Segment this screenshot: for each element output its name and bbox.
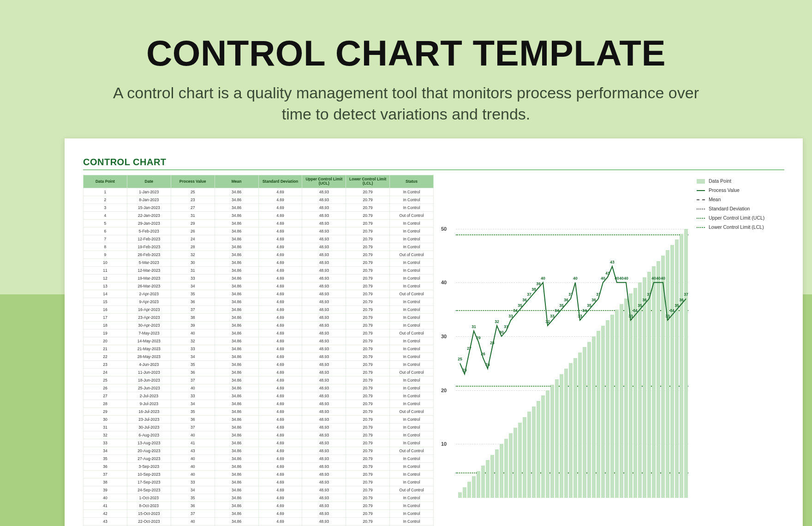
cell: 4.69	[258, 243, 302, 251]
cell: 4.69	[258, 298, 302, 305]
data-label: 25	[458, 357, 462, 361]
table-row: 3817-Sep-20233334.864.6948.9320.79In Con…	[84, 478, 434, 486]
cell: 48.93	[302, 243, 346, 251]
cell: 48.93	[302, 470, 346, 478]
cell: Out of Control	[390, 407, 434, 415]
cell: 14-May-2023	[127, 337, 171, 345]
legend-label: Mean	[709, 195, 721, 204]
data-label: 40	[661, 276, 665, 281]
table-row: 3527-Aug-20234034.864.6948.9320.79In Con…	[84, 454, 434, 462]
data-label: 40	[615, 276, 619, 281]
cell: 4.69	[258, 400, 302, 407]
cell: 34.86	[215, 368, 258, 376]
data-label: 33	[628, 314, 633, 318]
cell: 34.86	[215, 235, 258, 243]
cell: 41	[84, 502, 127, 509]
cell: 48.93	[302, 431, 346, 439]
cell: 20.79	[346, 345, 390, 353]
col-header: Date	[127, 175, 171, 188]
cell: 36	[171, 368, 215, 376]
data-table-container: Data PointDateProcess ValueMeanStandard …	[83, 175, 434, 526]
cell: 20.79	[346, 305, 390, 313]
legend-label: Upper Control Limit (UCL)	[709, 214, 764, 223]
cell: 6-Aug-2023	[127, 431, 171, 439]
data-label: 37	[647, 292, 651, 297]
cell: 34.86	[215, 400, 258, 407]
cell: 20.79	[346, 321, 390, 329]
cell: 27-Aug-2023	[127, 454, 171, 462]
cell: 4.69	[258, 439, 302, 447]
cell: In Control	[390, 502, 434, 509]
sheet-title: CONTROL CHART	[83, 157, 784, 167]
cell: 43	[171, 447, 215, 454]
cell: 34.86	[215, 392, 258, 400]
cell: 40	[171, 462, 215, 470]
cell: Out of Control	[390, 329, 434, 337]
cell: 34.86	[215, 329, 258, 337]
cell: 20.79	[346, 494, 390, 502]
cell: 20	[84, 337, 127, 345]
cell: 34	[171, 400, 215, 407]
legend-item: Standard Deviation	[697, 204, 784, 214]
data-label: 37	[596, 292, 600, 297]
y-tick-label: 10	[441, 441, 447, 447]
cell: 34	[171, 486, 215, 494]
table-row: 1616-Apr-20233734.864.6948.9320.79In Con…	[84, 305, 434, 313]
table-row: 926-Feb-20233234.864.6948.9320.79Out of …	[84, 251, 434, 258]
cell: 20.79	[346, 478, 390, 486]
cell: 4.69	[258, 219, 302, 227]
cell: 20.79	[346, 251, 390, 258]
cell: 34.86	[215, 298, 258, 305]
table-row: 28-Jan-20232334.864.6948.9320.79In Contr…	[84, 196, 434, 203]
table-row: 326-Aug-20234034.864.6948.9320.79In Cont…	[84, 431, 434, 439]
cell: 48.93	[302, 368, 346, 376]
cell: 34.86	[215, 321, 258, 329]
cell: 34.86	[215, 274, 258, 282]
cell: 25	[84, 376, 127, 384]
cell: 48.93	[302, 251, 346, 258]
cell: 14	[84, 290, 127, 298]
data-label: 40	[573, 276, 577, 281]
cell: 48.93	[302, 494, 346, 502]
cell: 4.69	[258, 188, 302, 196]
cell: Out of Control	[390, 447, 434, 454]
cell: 4.69	[258, 509, 302, 517]
cell: 4.69	[258, 305, 302, 313]
cell: In Control	[390, 415, 434, 423]
cell: 32	[171, 337, 215, 345]
cell: In Control	[390, 196, 434, 203]
cell: 5-Mar-2023	[127, 258, 171, 266]
cell: 4.69	[258, 235, 302, 243]
control-chart: 1020304050252327312926242832303133343536…	[448, 175, 688, 498]
col-header: Process Value	[171, 175, 215, 188]
cell: 34.86	[215, 376, 258, 384]
table-row: 2121-May-20233334.864.6948.9320.79In Con…	[84, 345, 434, 353]
cell: 34.86	[215, 188, 258, 196]
cell: 20.79	[346, 415, 390, 423]
cell: 17	[84, 313, 127, 321]
cell: 20.79	[346, 290, 390, 298]
legend-label: Lower Control Limit (LCL)	[709, 223, 764, 232]
cell: 35	[171, 360, 215, 368]
cell: 48.93	[302, 517, 346, 525]
data-label: 35	[675, 303, 679, 308]
y-tick-label: 40	[441, 280, 447, 285]
cell: 20.79	[346, 502, 390, 509]
cell: In Control	[390, 266, 434, 274]
cell: 25-Jun-2023	[127, 384, 171, 392]
legend-swatch	[697, 179, 705, 184]
cell: 12	[84, 274, 127, 282]
cell: 4-Jun-2023	[127, 360, 171, 368]
cell: 3	[84, 203, 127, 211]
data-label: 31	[504, 324, 508, 329]
cell: 3-Sep-2023	[127, 462, 171, 470]
data-label: 34	[670, 308, 674, 313]
table-row: 3130-Jul-20233734.864.6948.9320.79In Con…	[84, 423, 434, 431]
table-row: 3710-Sep-20234034.864.6948.9320.79In Con…	[84, 470, 434, 478]
cell: 39	[171, 321, 215, 329]
cell: 40	[84, 494, 127, 502]
cell: 5	[84, 219, 127, 227]
cell: In Control	[390, 305, 434, 313]
table-row: 2625-Jun-20234034.864.6948.9320.79In Con…	[84, 384, 434, 392]
cell: 22	[84, 353, 127, 360]
